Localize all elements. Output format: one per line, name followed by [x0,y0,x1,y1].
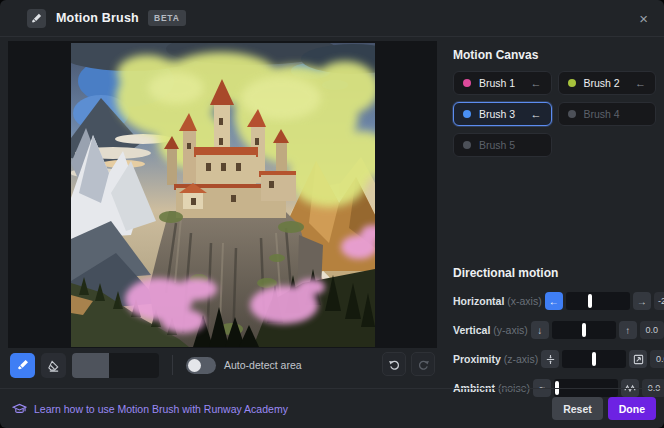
modal-header: Motion Brush BETA × [0,0,664,37]
graduation-cap-icon [12,403,27,415]
castle-image [71,43,375,347]
horizontal-row: Horizontal (x-axis) ← → -2.4 [453,292,656,310]
horizontal-slider[interactable] [566,292,630,310]
brush-4-button[interactable]: Brush 4 [558,102,657,126]
proximity-label: Proximity (z-axis) [453,353,538,365]
directional-motion-title: Directional motion [453,266,656,281]
brush-5-button[interactable]: Brush 5 [453,133,552,157]
brush-grid: Brush 1 ← Brush 2 ← Brush 3 ← Brush 4 Br… [453,71,656,157]
runway-academy-link-text: Learn how to use Motion Brush with Runwa… [34,403,288,415]
modal-footer: Learn how to use Motion Brush with Runwa… [0,388,664,428]
directional-motion-section: Directional motion Horizontal (x-axis) ←… [453,258,656,397]
brush-4-label: Brush 4 [584,108,620,120]
auto-detect-label: Auto-detect area [224,359,302,371]
proximity-slider-handle[interactable] [592,352,596,366]
vertical-value: 0.0 [640,321,664,339]
vertical-row: Vertical (y-axis) ↓ ↑ 0.0 [453,321,656,339]
runway-academy-link[interactable]: Learn how to use Motion Brush with Runwa… [12,403,288,415]
eraser-tool-button[interactable] [41,353,66,378]
reset-button[interactable]: Reset [552,397,603,420]
motion-canvas-title: Motion Canvas [453,48,656,63]
toolbar-divider [172,355,173,375]
horizontal-label: Horizontal (x-axis) [453,295,542,307]
brush-3-color-dot [463,110,471,118]
brush-1-direction-arrow-icon: ← [531,77,542,89]
brush-2-button[interactable]: Brush 2 ← [558,71,657,95]
redo-icon[interactable] [411,352,435,376]
motion-canvas-panel: Motion Canvas Brush 1 ← Brush 2 ← Brush … [453,40,656,157]
brush-2-direction-arrow-icon: ← [635,77,646,89]
canvas-toolbar: Auto-detect area [10,352,437,378]
close-icon[interactable]: × [635,9,652,28]
brush-1-button[interactable]: Brush 1 ← [453,71,552,95]
modal-title: Motion Brush [56,11,139,25]
brush-3-label: Brush 3 [479,108,515,120]
brush-5-color-dot [463,141,471,149]
brush-2-label: Brush 2 [584,77,620,89]
brush-5-label: Brush 5 [479,139,515,151]
compress-vertical-icon[interactable] [541,350,559,368]
vertical-slider[interactable] [552,321,616,339]
horizontal-slider-handle[interactable] [588,294,592,308]
auto-detect-toggle[interactable] [186,357,216,374]
brush-1-label: Brush 1 [479,77,515,89]
arrow-right-icon[interactable]: → [633,292,651,310]
image-canvas[interactable] [8,41,437,348]
proximity-slider[interactable] [562,350,626,368]
arrow-down-icon[interactable]: ↓ [531,321,549,339]
vertical-label: Vertical (y-axis) [453,324,528,336]
done-button[interactable]: Done [608,397,656,420]
undo-icon[interactable] [382,352,406,376]
motion-brush-modal: Motion Brush BETA × [0,0,664,428]
vertical-slider-handle[interactable] [582,323,586,337]
brush-2-color-dot [568,79,576,87]
brush-1-color-dot [463,79,471,87]
motion-brush-icon [27,9,46,28]
brush-4-color-dot [568,110,576,118]
brush-tool-button[interactable] [10,353,35,378]
brush-size-fill [72,353,109,378]
arrow-left-icon[interactable]: ← [545,292,563,310]
arrow-up-icon[interactable]: ↑ [619,321,637,339]
proximity-value: 0.0 [650,350,664,368]
horizontal-value: -2.4 [654,292,664,310]
proximity-row: Proximity (z-axis) 0.0 [453,350,656,368]
toggle-knob [188,359,201,372]
expand-icon[interactable] [629,350,647,368]
brush-3-button[interactable]: Brush 3 ← [453,102,552,126]
brush-3-direction-arrow-icon: ← [531,108,542,120]
brush-size-slider[interactable] [72,353,159,378]
beta-badge: BETA [148,10,186,26]
